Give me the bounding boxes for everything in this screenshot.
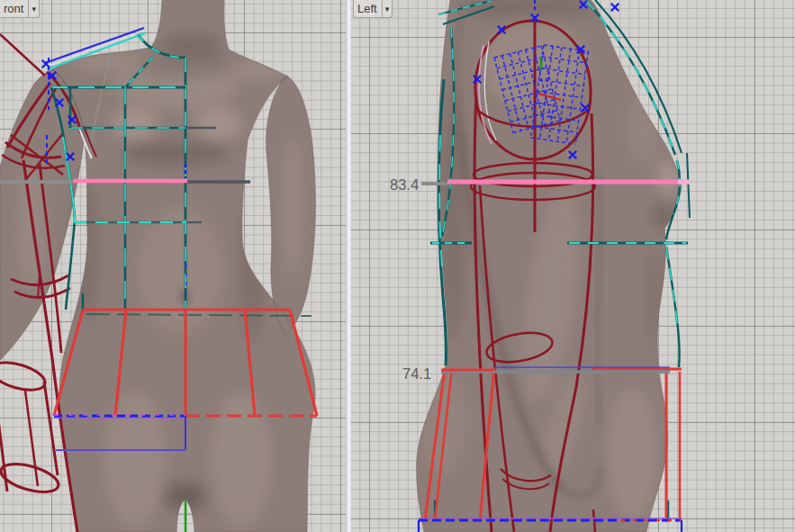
viewport-title-front[interactable]: ront ▾ (0, 0, 40, 18)
front-viewport[interactable]: ront ▾ (0, 0, 346, 532)
viewport-title-left[interactable]: Left ▾ (353, 0, 393, 18)
chevron-down-icon[interactable]: ▾ (383, 0, 393, 17)
bust-measure-value: 83.4 (390, 176, 419, 193)
left-viewport[interactable]: 83.4 74.1 Left ▾ (351, 0, 795, 532)
viewport-title-label: ront (0, 0, 28, 17)
viewport-title-label: Left (354, 0, 382, 17)
chevron-down-icon[interactable]: ▾ (29, 0, 39, 17)
left-viewport-canvas: 83.4 74.1 (351, 0, 795, 532)
cad-workspace: ront ▾ (0, 0, 795, 532)
bust-measure-line-front[interactable] (0, 181, 250, 182)
mannequin-side[interactable] (351, 0, 795, 532)
hip-measure-value: 74.1 (402, 365, 431, 382)
front-viewport-canvas (0, 0, 346, 532)
